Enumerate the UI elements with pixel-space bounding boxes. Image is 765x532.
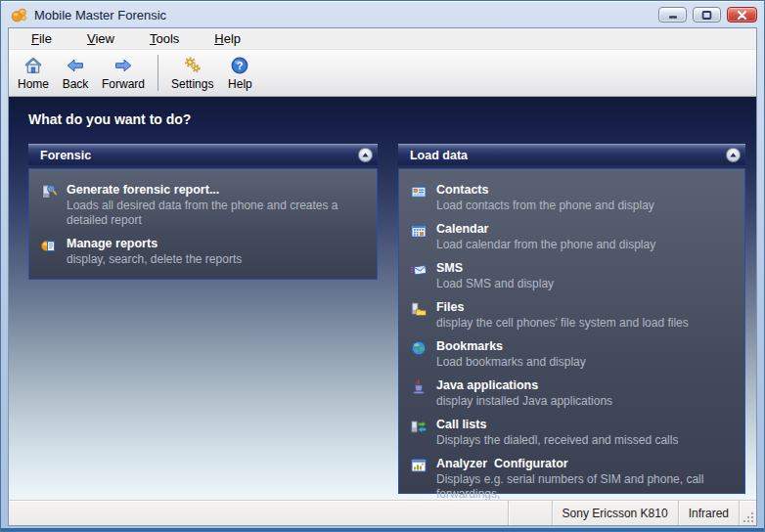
panel-row: Forensic [28,144,745,494]
item-description: Load bookmarks and display [436,355,586,370]
analyzer-configurator-icon [411,458,427,473]
status-connection: Infrared [678,501,739,525]
calendar-icon [411,223,427,239]
toolbar: Home Back Forward [9,50,756,97]
close-button[interactable] [727,7,757,22]
item-title[interactable]: Bookmarks [436,339,586,354]
close-icon [737,11,747,20]
item-title[interactable]: Calendar [436,222,655,237]
maximize-button[interactable] [693,7,721,22]
menu-bar: File View Tools Help [9,28,756,50]
analyzer-configurator-item[interactable]: Analyzer Configurator Displays e.g. seri… [411,457,737,500]
forensic-panel-header: Forensic [28,144,378,165]
item-title[interactable]: Java applications [436,378,612,393]
chevron-up-icon [729,151,738,159]
contacts-item[interactable]: Contacts Load contacts from the phone an… [411,183,737,213]
window-title: Mobile Master Forensic [34,8,658,22]
sms-icon [411,262,427,278]
minimize-icon [668,11,678,20]
window-controls [658,7,757,22]
manage-reports-icon [41,238,57,253]
help-icon: ? [230,56,249,75]
menu-view[interactable]: View [77,29,124,48]
load-data-panel-header: Load data [398,144,745,165]
forensic-panel: Forensic [28,144,378,280]
item-title[interactable]: SMS [436,261,554,276]
status-device: Sony Ericsson K810 [552,501,678,525]
bookmarks-item[interactable]: Bookmarks Load bookmarks and display [411,339,737,370]
manage-reports-item[interactable]: Manage reports display, search, delete t… [41,237,369,267]
java-applications-item[interactable]: Java applications display installed Java… [411,378,737,409]
maximize-icon [701,11,712,20]
item-description: Load contacts from the phone and display [436,199,654,213]
back-button[interactable]: Back [55,51,96,95]
item-description: Loads all desired data from the phone an… [67,199,369,228]
item-title[interactable]: Manage reports [67,237,242,251]
toolbar-separator [158,55,158,91]
forensic-report-icon [41,184,57,200]
menu-file[interactable]: File [22,29,62,48]
menu-help[interactable]: Help [204,29,250,48]
settings-button[interactable]: Settings [165,51,219,95]
menu-tools[interactable]: Tools [140,29,189,48]
help-button[interactable]: ? Help [219,51,260,95]
item-title[interactable]: Generate forensic report... [67,183,369,198]
resize-grip-icon [743,512,754,523]
files-icon [411,301,427,317]
status-main-section [9,501,508,525]
item-description: display the cell phones' file system and… [436,316,689,331]
window-body: File View Tools Help Home Back [9,28,756,525]
forward-arrow-icon [113,56,133,75]
home-icon [23,56,43,75]
resize-grip[interactable] [739,501,756,525]
item-title[interactable]: Call lists [436,418,678,432]
java-applications-icon [411,379,427,395]
item-description: Displays e.g. serial numbers of SIM and … [436,472,737,500]
contacts-icon [411,184,427,200]
app-window: Mobile Master Forensic File Vie [0,0,765,532]
item-description: Load calendar from the phone and display [436,238,655,252]
item-description: display, search, delete the reports [67,252,242,267]
item-title[interactable]: Contacts [436,183,654,198]
page-title: What do you want to do? [28,111,745,127]
status-empty-cell [508,501,552,525]
item-title[interactable]: Analyzer Configurator [436,457,737,471]
item-description: Load SMS and display [436,277,554,291]
status-bar: Sony Ericsson K810 Infrared [9,500,756,525]
forensic-collapse-button[interactable] [358,148,373,162]
load-data-collapse-button[interactable] [726,148,741,162]
home-button[interactable]: Home [12,51,55,95]
call-lists-icon [411,419,427,434]
app-logo-icon [11,7,27,23]
forward-button[interactable]: Forward [96,51,151,95]
load-data-panel: Load data [398,144,745,494]
settings-gears-icon [183,56,202,75]
item-description: Displays the dialedl, received and misse… [436,433,678,448]
item-title[interactable]: Files [436,300,689,315]
back-arrow-icon [66,56,85,75]
main-content: What do you want to do? Forensic [9,97,756,500]
svg-text:?: ? [237,60,244,71]
item-description: display installed Java applications [436,394,612,409]
load-data-panel-body: Contacts Load contacts from the phone an… [398,168,745,494]
calendar-item[interactable]: Calendar Load calendar from the phone an… [411,222,737,252]
forensic-panel-body: Generate forensic report... Loads all de… [28,168,378,280]
bookmarks-globe-icon [411,340,427,356]
chevron-up-icon [361,151,370,159]
minimize-button[interactable] [658,7,687,22]
call-lists-item[interactable]: Call lists Displays the dialedl, receive… [411,418,737,448]
title-bar[interactable]: Mobile Master Forensic [1,1,764,28]
files-item[interactable]: Files display the cell phones' file syst… [411,300,737,331]
sms-item[interactable]: SMS Load SMS and display [411,261,737,291]
generate-forensic-report-item[interactable]: Generate forensic report... Loads all de… [41,183,369,228]
